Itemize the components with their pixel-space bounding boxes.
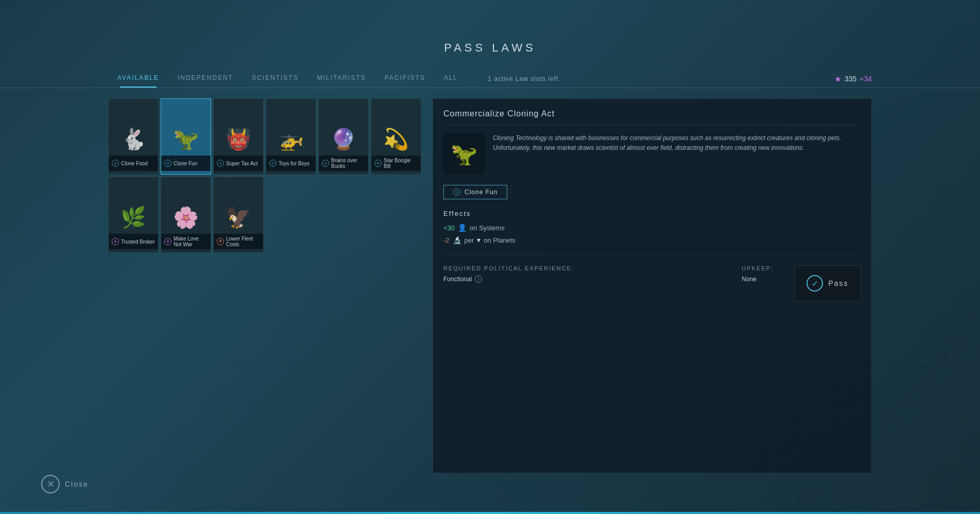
req-info-icon: i [475,276,482,283]
close-icon: ✕ [41,475,60,493]
lower-fleet-icon: 🦅 [226,205,251,230]
detail-panel: Commercialize Cloning Act 🦖 Cloning Tech… [433,98,872,473]
trusted-broker-label: Trusted Broker [121,239,155,245]
clone-food-label: Clone Food [121,161,148,166]
req-value: Functional i [443,276,721,283]
clone-fun-icon: 🦖 [173,127,199,151]
upkeep-value: None [742,276,773,283]
selected-indicator: ◎ [453,189,460,196]
detail-top: 🦖 Cloning Technology is shared with busi… [443,133,861,175]
main-content: 🐇 ◎ Clone Food 🦖 ◎ Clone Fun 👹 ◎ Super T… [0,88,980,484]
law-card-make-love-not-war[interactable]: 🌸 ★ Make Love Not War [161,177,211,253]
effect-1-text: on Systems [470,224,505,232]
super-tax-indicator: ◎ [217,160,224,167]
page-title: PASS LAWS [0,0,980,55]
upkeep-section: Upkeep: None [742,265,773,283]
req-label: Required Political experience: [443,265,721,271]
effect-2-icon: 🔬 [453,236,461,244]
close-label: Close [65,480,89,488]
effect-1-value: +30 [443,224,455,232]
pass-button[interactable]: ✓ Pass [794,265,861,301]
star-boogie-indicator: ⊕ [374,160,382,167]
upkeep-label: Upkeep: [742,265,773,271]
detail-description: Cloning Technology is shared with busine… [493,133,861,175]
effect-2-per: per [465,236,474,244]
tabs-bar: AVAILABLE INDEPENDENT SCIENTISTS MILITAR… [0,55,980,88]
brains-label: Brains over Bucks [331,158,365,169]
law-card-lower-fleet-costs[interactable]: 🦅 ⚑ Lower Fleet Costs [213,177,264,253]
effect-row-2: -2 🔬 per ▾ on Planets [443,236,861,244]
effect-2-per-icon: ▾ [477,236,480,244]
detail-icon-symbol: 🦖 [451,142,477,167]
law-card-trusted-broker[interactable]: 🌿 ★ Trusted Broker [108,177,159,253]
clone-food-indicator: ◎ [112,160,119,167]
effect-1-icon: 👤 [458,224,467,232]
detail-title: Commercialize Cloning Act [443,109,861,125]
law-card-brains-over-bucks[interactable]: 🔮 ◎ Brains over Bucks [318,98,369,175]
tab-available[interactable]: AVAILABLE [108,70,168,88]
selected-law-name: Clone Fun [465,189,497,196]
clone-food-icon: 🐇 [121,127,146,151]
law-card-clone-food[interactable]: 🐇 ◎ Clone Food [108,98,159,175]
tab-pacifists[interactable]: PACIFISTS [375,70,435,88]
toys-for-boys-icon: 🚁 [278,127,304,151]
super-tax-icon: 👹 [226,127,251,151]
effect-row-1: +30 👤 on Systems [443,224,861,232]
slots-info: 1 active Law slots left [488,75,558,82]
law-card-super-tax-act[interactable]: 👹 ◎ Super Tax Act [213,98,264,175]
effect-2-value: -2 [443,236,450,244]
bottom-row: Required Political experience: Functiona… [443,265,861,301]
brains-icon: 🔮 [331,127,356,151]
lower-fleet-indicator: ⚑ [217,238,224,245]
star-icon: ★ [834,74,841,84]
tab-all[interactable]: ALL [435,70,467,88]
make-love-icon: 🌸 [173,205,199,230]
make-love-label: Make Love Not War [174,236,208,247]
pass-check-icon: ✓ [806,275,823,292]
law-card-clone-fun[interactable]: 🦖 ◎ Clone Fun [161,98,211,175]
tab-independent[interactable]: INDEPENDENT [168,70,243,88]
tab-scientists[interactable]: SCIENTISTS [243,70,308,88]
law-card-toys-for-boys[interactable]: 🚁 ◎ Toys for Boys [266,98,316,175]
stars-info: ★ 335 +34 [834,74,872,84]
brains-indicator: ◎ [322,160,329,167]
tab-militarists[interactable]: MILITARISTS [308,70,375,88]
make-love-indicator: ★ [164,238,171,245]
clone-fun-indicator: ◎ [164,160,171,167]
req-value-text: Functional [443,276,472,283]
trusted-broker-indicator: ★ [112,238,119,245]
stars-bonus: +34 [859,75,872,83]
star-boogie-label: Star Boogie Bill [384,158,418,169]
pass-label: Pass [828,279,848,287]
lower-fleet-label: Lower Fleet Costs [226,236,260,247]
super-tax-label: Super Tax Act [226,161,258,166]
clone-fun-label: Clone Fun [174,161,197,166]
star-boogie-icon: 💫 [383,127,409,151]
close-button[interactable]: ✕ Close [41,475,89,493]
toys-indicator: ◎ [269,160,277,167]
laws-grid: 🐇 ◎ Clone Food 🦖 ◎ Clone Fun 👹 ◎ Super T… [108,98,422,473]
stars-count: 335 [845,75,856,83]
effect-2-text: on Planets [484,236,515,244]
detail-law-icon: 🦖 [443,133,485,175]
bottom-bar [0,512,980,514]
law-card-star-boogie-bill[interactable]: 💫 ⊕ Star Boogie Bill [371,98,421,175]
req-section: Required Political experience: Functiona… [443,265,721,283]
divider [443,254,861,255]
detail-selected-label: ◎ Clone Fun [443,185,507,199]
toys-label: Toys for Boys [279,161,310,166]
effects-title: Effects [443,210,861,217]
trusted-broker-icon: 🌿 [121,205,146,230]
